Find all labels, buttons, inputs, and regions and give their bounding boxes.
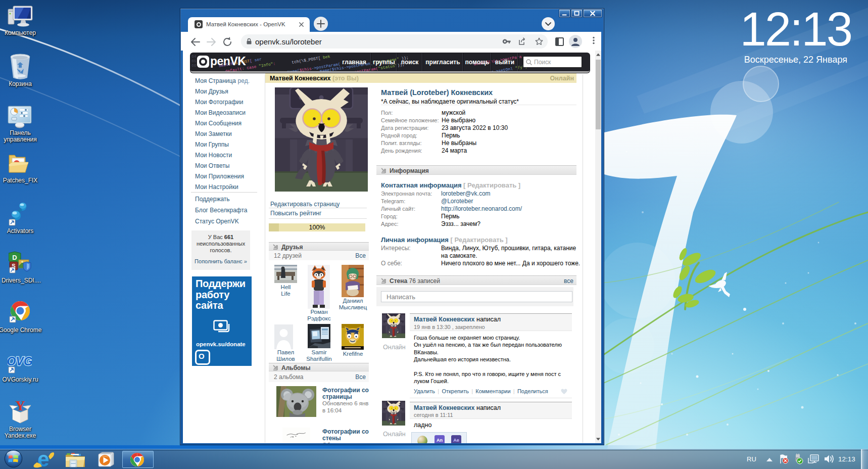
svg-text:D: D [12, 254, 17, 261]
svg-text:OVG: OVG [8, 355, 32, 368]
svg-text:Y: Y [15, 399, 25, 413]
